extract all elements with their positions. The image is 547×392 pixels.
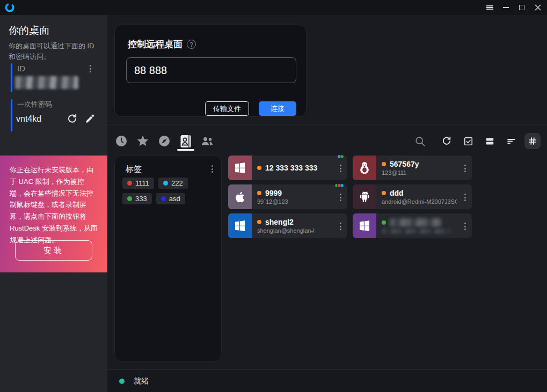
tag-item[interactable]: 222 <box>158 177 188 189</box>
remote-id-input[interactable] <box>126 57 296 83</box>
tag-color-dot <box>163 181 168 186</box>
tag-item[interactable]: asd <box>156 193 185 204</box>
peer-card[interactable]: 9999 99`12@123 <box>228 184 347 209</box>
linux-icon <box>358 161 371 175</box>
refresh-icon[interactable] <box>439 133 455 149</box>
desktop-section-title: 你的桌面 <box>9 24 49 38</box>
peer-menu-button[interactable] <box>338 192 343 203</box>
session-badges <box>339 154 344 159</box>
transfer-file-button[interactable]: 传输文件 <box>205 101 249 116</box>
badge-dot <box>340 183 344 188</box>
section-divider <box>107 124 547 124</box>
tags-panel: 标签 1111 222 333 asd <box>114 156 222 361</box>
tab-favorites[interactable] <box>136 132 150 150</box>
tag-list: 1111 222 333 asd <box>122 177 216 204</box>
window-controls <box>482 0 546 15</box>
peer-toolbar <box>114 131 541 151</box>
online-status-dot <box>382 191 386 195</box>
peer-username-redacted <box>382 228 450 234</box>
peer-card[interactable]: ddd android@Redmi-M2007J3SC <box>353 184 472 209</box>
id-value-redacted <box>15 76 78 89</box>
id-menu-button[interactable] <box>88 63 93 74</box>
peer-name-redacted <box>390 218 441 227</box>
peer-menu-button[interactable] <box>338 163 343 174</box>
tab-address-book[interactable] <box>179 132 193 150</box>
online-status-dot <box>257 166 261 170</box>
tab-discovered[interactable] <box>157 132 171 150</box>
help-icon[interactable]: ? <box>187 40 196 49</box>
peer-name: shengl2 <box>265 218 294 226</box>
desktop-section-description: 你的桌面可以通过下面的 ID 和密码访问。 <box>9 41 100 62</box>
status-bar: 就绪 <box>107 369 547 392</box>
windows-icon <box>234 219 246 232</box>
refresh-password-icon[interactable] <box>67 113 78 125</box>
peer-actions <box>412 133 541 149</box>
os-tile <box>353 184 376 209</box>
search-icon[interactable] <box>412 133 428 149</box>
warning-text: 你正在运行未安装版本，由于 UAC 限制，作为被控端，会在某些情况下无法控制鼠标… <box>10 164 98 246</box>
maximize-icon[interactable] <box>514 0 530 15</box>
install-button[interactable]: 安装 <box>15 240 92 261</box>
tag-item[interactable]: 333 <box>122 193 152 204</box>
group-icon <box>200 135 214 147</box>
peer-card[interactable]: 567567y 123@111 <box>353 156 472 180</box>
control-remote-desktop-card: 控制远程桌面 ? 传输文件 连接 <box>114 25 307 117</box>
minimize-icon[interactable] <box>498 0 514 15</box>
hamburger-menu-icon[interactable] <box>482 0 498 15</box>
address-book-icon <box>180 135 192 148</box>
peer-menu-button[interactable] <box>463 221 468 232</box>
session-badges <box>336 183 344 188</box>
clock-icon <box>115 135 128 147</box>
peer-menu-button[interactable] <box>463 192 468 203</box>
online-status-dot <box>257 191 261 195</box>
tags-title: 标签 <box>126 164 142 174</box>
peer-name: ddd <box>390 189 404 197</box>
star-icon <box>136 135 149 147</box>
online-status-dot <box>382 162 386 166</box>
peer-name: 9999 <box>265 189 282 197</box>
os-tile <box>353 213 376 238</box>
tag-item[interactable]: 1111 <box>122 177 154 189</box>
tag-color-dot <box>127 196 132 201</box>
windows-icon <box>358 219 371 232</box>
apple-icon <box>234 190 247 204</box>
edit-password-icon[interactable] <box>85 113 97 125</box>
grid-view-icon[interactable] <box>524 133 541 149</box>
cards-view-icon[interactable] <box>482 133 498 149</box>
close-icon[interactable] <box>530 0 546 15</box>
control-remote-desktop-title: 控制远程桌面 <box>128 38 183 50</box>
uninstalled-warning-box: 你正在运行未安装版本，由于 UAC 限制，作为被控端，会在某些情况下无法控制鼠标… <box>0 156 107 272</box>
password-accent-bar <box>11 99 12 131</box>
tags-menu-button[interactable] <box>210 164 215 174</box>
os-tile <box>228 213 252 238</box>
tab-recent-sessions[interactable] <box>114 132 128 150</box>
connect-button[interactable]: 连接 <box>259 101 296 116</box>
rustdesk-window: 你的桌面 你的桌面可以通过下面的 ID 和密码访问。 ID 一次性密码 vnt4… <box>0 0 547 392</box>
ready-status-text: 就绪 <box>134 376 149 386</box>
peer-username: 123@111 <box>382 169 457 176</box>
peer-card[interactable]: shengl2 shenglan@shenglan-l <box>228 213 347 238</box>
peer-tabs <box>114 132 214 150</box>
badge-dot <box>340 154 344 159</box>
select-checkbox-icon[interactable] <box>460 133 476 149</box>
peer-menu-button[interactable] <box>463 163 468 174</box>
ready-status-dot <box>119 379 125 384</box>
compass-icon <box>158 135 171 147</box>
one-time-password-label: 一次性密码 <box>17 100 52 109</box>
os-tile <box>353 156 376 180</box>
sidebar: 你的桌面 你的桌面可以通过下面的 ID 和密码访问。 ID 一次性密码 vnt4… <box>0 15 107 392</box>
android-icon <box>358 190 371 204</box>
titlebar <box>0 0 547 15</box>
peer-card[interactable]: 12 333 333 333 <box>228 156 347 180</box>
peer-menu-button[interactable] <box>338 221 343 232</box>
tab-group[interactable] <box>200 132 214 150</box>
tag-label: 333 <box>135 195 147 203</box>
peer-card[interactable] <box>353 213 472 238</box>
tag-color-dot <box>161 196 166 201</box>
id-label: ID <box>17 64 25 73</box>
sort-icon[interactable] <box>503 133 519 149</box>
rustdesk-logo-icon <box>4 2 15 13</box>
online-status-dot <box>382 220 386 225</box>
peer-username: android@Redmi-M2007J3SC <box>382 198 457 205</box>
one-time-password-value: vnt4kd <box>16 114 41 124</box>
